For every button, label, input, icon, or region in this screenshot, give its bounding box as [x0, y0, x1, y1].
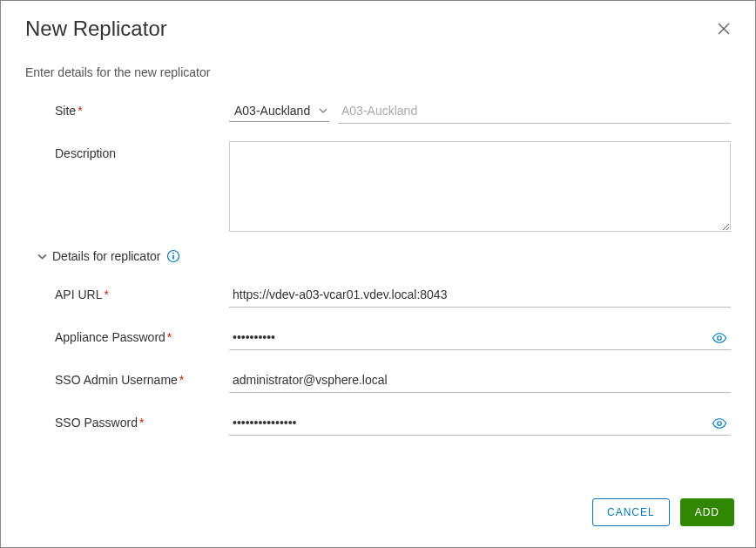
- api-url-input[interactable]: [229, 282, 731, 308]
- chevron-down-icon: [37, 252, 47, 261]
- chevron-down-icon: [319, 104, 327, 118]
- row-sso-password: SSO Password*: [25, 410, 731, 436]
- close-icon: [717, 22, 731, 36]
- required-asterisk: *: [104, 288, 108, 301]
- dialog-footer: CANCEL ADD: [1, 486, 755, 547]
- new-replicator-dialog: New Replicator Enter details for the new…: [0, 0, 756, 548]
- dialog-subtitle: Enter details for the new replicator: [25, 65, 731, 79]
- svg-point-4: [172, 253, 174, 254]
- toggle-password-visibility[interactable]: [712, 416, 727, 431]
- label-appliance-password: Appliance Password*: [55, 325, 229, 344]
- label-api-url: API URL*: [55, 282, 229, 301]
- info-icon[interactable]: [166, 249, 180, 263]
- label-description: Description: [55, 141, 229, 160]
- toggle-password-visibility[interactable]: [712, 330, 727, 346]
- sso-username-input[interactable]: [229, 368, 731, 393]
- section-title: Details for replicator: [52, 249, 161, 263]
- row-api-url: API URL*: [25, 282, 731, 308]
- required-asterisk: *: [179, 373, 184, 387]
- site-display-field: [338, 98, 731, 124]
- dialog-body: Enter details for the new replicator Sit…: [1, 44, 755, 486]
- site-select[interactable]: A03-Auckland: [229, 100, 329, 122]
- add-button[interactable]: ADD: [680, 498, 734, 526]
- label-site: Site*: [55, 98, 229, 118]
- svg-point-6: [718, 421, 722, 425]
- eye-icon: [712, 330, 727, 346]
- label-sso-password: SSO Password*: [55, 410, 229, 430]
- row-appliance-password: Appliance Password*: [25, 325, 731, 350]
- section-details-toggle[interactable]: Details for replicator: [25, 249, 731, 263]
- required-asterisk: *: [78, 104, 82, 118]
- appliance-password-input[interactable]: [229, 325, 731, 350]
- site-select-value: A03-Auckland: [234, 104, 310, 118]
- eye-icon: [712, 416, 727, 431]
- required-asterisk: *: [167, 330, 172, 344]
- cancel-button[interactable]: CANCEL: [592, 498, 670, 526]
- required-asterisk: *: [139, 416, 144, 430]
- dialog-header: New Replicator: [1, 1, 755, 44]
- close-button[interactable]: [717, 22, 731, 36]
- description-textarea[interactable]: [229, 141, 731, 232]
- dialog-title: New Replicator: [25, 17, 167, 41]
- row-sso-username: SSO Admin Username*: [25, 368, 731, 393]
- svg-point-5: [718, 335, 722, 340]
- label-sso-username: SSO Admin Username*: [55, 368, 229, 387]
- sso-password-input[interactable]: [229, 410, 731, 436]
- row-site: Site* A03-Auckland: [25, 98, 731, 124]
- row-description: Description: [25, 141, 731, 232]
